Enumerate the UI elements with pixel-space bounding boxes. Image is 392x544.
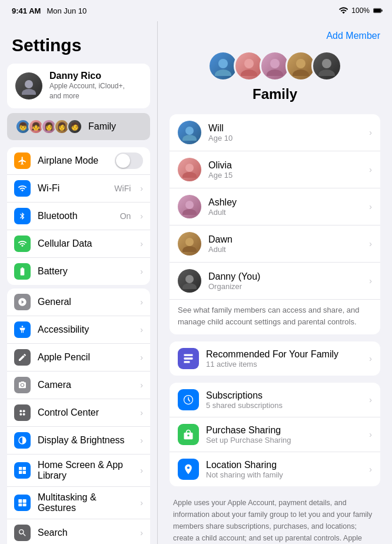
member-row-dawn[interactable]: Dawn Adult › (170, 225, 380, 263)
sidebar-item-display[interactable]: Display & Brightness › (7, 427, 150, 455)
svg-point-15 (218, 59, 228, 68)
cellular-icon (14, 235, 31, 252)
member-avatar-dawn (178, 232, 201, 256)
sidebar-item-bluetooth[interactable]: Bluetooth On › (7, 203, 150, 230)
svg-point-29 (185, 201, 194, 209)
member-row-ashley[interactable]: Ashley Adult › (170, 188, 380, 225)
ashley-chevron: › (369, 202, 372, 211)
sidebar-item-accessibility[interactable]: Accessibility › (7, 316, 150, 344)
svg-point-33 (185, 275, 194, 283)
svg-point-5 (22, 326, 24, 327)
family-header-avatars (208, 51, 342, 81)
sidebar-item-home-screen[interactable]: Home Screen & App Library › (7, 455, 150, 487)
sidebar-item-control-center[interactable]: Control Center › (7, 399, 150, 427)
recommended-icon (178, 348, 199, 369)
apple-pencil-icon (14, 349, 31, 366)
wifi-value: WiFi (114, 184, 131, 193)
accessibility-label: Accessibility (38, 324, 133, 335)
member-info-will: Will Age 10 (208, 123, 232, 142)
svg-point-6 (19, 410, 22, 412)
sidebar-item-general[interactable]: General › (7, 288, 150, 316)
member-age-ashley: Adult (208, 208, 237, 217)
svg-point-27 (185, 164, 194, 172)
member-row-olivia[interactable]: Olivia Age 15 › (170, 151, 380, 188)
disclaimer-body: Apple uses your Apple Account, payment d… (173, 499, 372, 544)
wifi-settings-icon (14, 180, 31, 197)
bluetooth-chevron: › (140, 211, 143, 221)
recommended-title: Recommended For Your Family (206, 349, 338, 360)
subscriptions-row[interactable]: Subscriptions 5 shared subscriptions › (170, 383, 380, 417)
accessibility-icon (14, 321, 31, 338)
airplane-mode-icon (14, 152, 31, 169)
member-avatar-danny (178, 269, 201, 293)
disclaimer-text: Apple uses your Apple Account, payment d… (170, 493, 380, 544)
svg-point-9 (23, 413, 25, 415)
member-age-olivia: Age 15 (208, 171, 232, 180)
general-icon (14, 294, 31, 310)
svg-rect-13 (23, 503, 26, 506)
add-member-button[interactable]: Add Member (326, 31, 380, 41)
danny-chevron: › (369, 276, 372, 286)
sidebar-item-airplane-mode[interactable]: Airplane Mode (7, 147, 150, 175)
bluetooth-value: On (120, 211, 131, 221)
multitasking-icon (14, 495, 31, 511)
svg-rect-37 (184, 361, 190, 363)
member-name-dawn: Dawn (208, 234, 232, 245)
member-info-danny: Danny (You) Organizer (208, 271, 260, 291)
svg-rect-11 (23, 499, 26, 503)
svg-point-20 (267, 69, 283, 76)
family-header-avatar-danny (311, 51, 342, 81)
purchase-sharing-title: Purchase Sharing (206, 425, 291, 436)
location-sharing-info: Location Sharing Not sharing with family (206, 460, 283, 479)
member-info-dawn: Dawn Adult (208, 234, 232, 254)
recommended-row[interactable]: Recommended For Your Family 11 active it… (170, 341, 380, 376)
svg-point-4 (22, 89, 36, 95)
sidebar-item-battery[interactable]: Battery › (7, 258, 150, 285)
account-card[interactable]: Danny Rico Apple Account, iCloud+,and mo… (7, 64, 150, 108)
sidebar-item-apple-pencil[interactable]: Apple Pencil › (7, 344, 150, 371)
status-bar: 9:41 AM Mon Jun 10 100% (0, 0, 392, 21)
svg-rect-1 (381, 9, 383, 11)
member-row-danny[interactable]: Danny (You) Organizer › (170, 263, 380, 300)
location-sharing-row[interactable]: Location Sharing Not sharing with family… (170, 452, 380, 486)
svg-point-19 (270, 59, 280, 68)
member-age-will: Age 10 (208, 134, 232, 142)
svg-point-18 (241, 69, 257, 76)
purchase-sharing-info: Purchase Sharing Set up Purchase Sharing (206, 425, 291, 445)
family-row-label: Family (88, 121, 116, 132)
svg-rect-36 (184, 357, 193, 359)
purchase-sharing-row[interactable]: Purchase Sharing Set up Purchase Sharing… (170, 417, 380, 452)
display-icon (14, 432, 31, 449)
family-header: Family (170, 51, 380, 102)
purchase-sharing-icon (178, 424, 199, 445)
svg-point-3 (25, 80, 33, 88)
member-row-will[interactable]: Will Age 10 › (170, 114, 380, 151)
will-chevron: › (369, 128, 372, 137)
svg-point-21 (296, 59, 305, 68)
subscriptions-info: Subscriptions 5 shared subscriptions (206, 390, 283, 410)
airplane-mode-toggle[interactable] (115, 152, 143, 169)
recommended-sub: 11 active items (206, 360, 338, 369)
battery-label: Battery (38, 266, 133, 277)
airplane-mode-label: Airplane Mode (38, 155, 108, 166)
location-sharing-chevron: › (369, 465, 372, 474)
recommended-info: Recommended For Your Family 11 active it… (206, 349, 338, 369)
display-chevron: › (140, 436, 143, 445)
member-info-ashley: Ashley Adult (208, 197, 237, 217)
sidebar-item-wifi[interactable]: Wi-Fi WiFi › (7, 175, 150, 203)
main-layout: Settings Danny Rico Apple Account, iClou… (0, 21, 392, 544)
member-age-dawn: Adult (208, 245, 232, 254)
cellular-chevron: › (140, 239, 143, 248)
sidebar-item-cellular[interactable]: Cellular Data › (7, 230, 150, 258)
camera-chevron: › (140, 380, 143, 390)
general-chevron: › (140, 297, 143, 307)
sidebar-item-family[interactable]: 👦 👧 👩 👩 🧑 Family (7, 113, 150, 140)
sidebar-item-multitasking[interactable]: Multitasking & Gestures › (7, 487, 150, 519)
svg-point-31 (185, 238, 194, 246)
account-avatar (15, 72, 42, 99)
member-info-olivia: Olivia Age 15 (208, 160, 232, 180)
sidebar-item-search[interactable]: Search › (7, 519, 150, 544)
sidebar-item-camera[interactable]: Camera › (7, 371, 150, 399)
status-time: 9:41 AM (12, 6, 41, 15)
member-name-ashley: Ashley (208, 197, 237, 208)
